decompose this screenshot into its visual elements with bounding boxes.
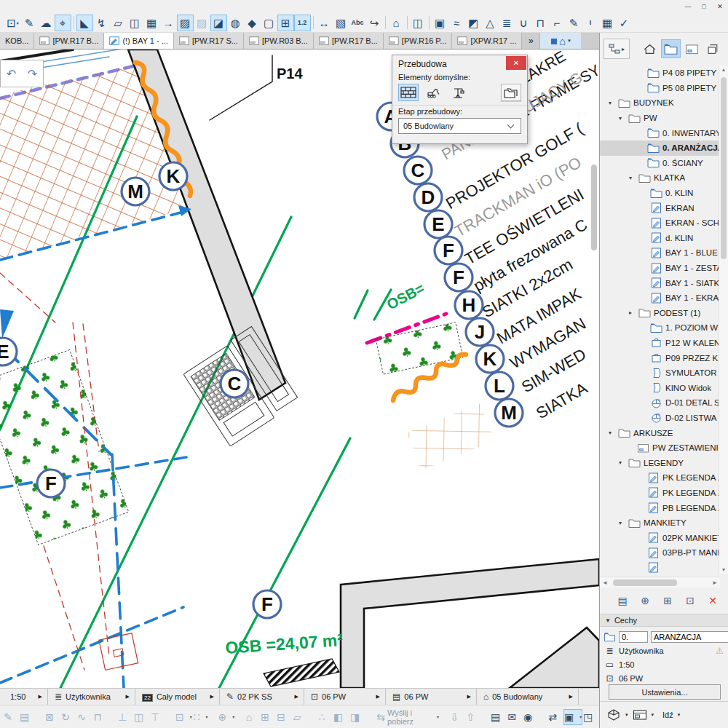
go-button[interactable]: Idź <box>662 711 673 719</box>
maximize-button[interactable]: □ <box>696 3 712 10</box>
tree-item[interactable]: P12 W KALENICY - w <box>600 336 720 351</box>
tree-item[interactable]: 0. KLIN <box>600 186 720 201</box>
toolbar-icon[interactable]: ↪ <box>366 15 383 31</box>
settings-button[interactable]: Ustawienia... <box>609 684 721 700</box>
clone-folder-button[interactable]: ⊡ <box>682 593 698 608</box>
tree-item[interactable]: PB LEGENDA ZT <box>600 500 720 515</box>
toolbar-icon[interactable]: Abc <box>349 15 366 31</box>
tree-item[interactable]: 0. ARANŻACJA <box>600 141 720 156</box>
toolbar-icon[interactable]: ◆ <box>244 15 261 31</box>
tree-horizontal-scrollbar[interactable]: ◄ ► <box>600 577 720 587</box>
folders-icon[interactable]: ⊟ <box>276 709 292 725</box>
toolbar-icon[interactable]: ◍ <box>227 15 244 31</box>
marker-dots-icon[interactable]: ∴ <box>317 709 333 725</box>
toolbar-icon[interactable]: ⌂ <box>388 15 405 31</box>
favorites-icon[interactable]: ✎ <box>3 709 19 725</box>
document-tab[interactable]: (!) BAY 1 - ... <box>104 33 174 49</box>
toolbar-icon[interactable]: ▱ <box>110 15 127 31</box>
toolbar-icon[interactable]: ✓ <box>616 15 633 31</box>
scroll-down-icon[interactable]: ▼ <box>719 567 728 572</box>
document-tab[interactable]: [XPW.R17 ... <box>452 33 522 49</box>
tree-item[interactable]: 02PK MANKIET <box>600 530 720 545</box>
saved-views-button[interactable]: ▤ <box>614 593 630 608</box>
tree-item[interactable]: ▸ PODEST (1) <box>600 306 720 321</box>
trace-reference-icon[interactable]: ▣▾ <box>563 709 582 725</box>
toolbar-icon[interactable]: ▨ <box>177 15 194 31</box>
tree-item[interactable]: EKRAN <box>600 200 720 215</box>
toolbar-icon[interactable]: ⊓ <box>532 15 549 31</box>
message-icon[interactable]: ✉ <box>507 709 523 725</box>
document-tab[interactable]: [PW.R17 B... <box>34 33 104 49</box>
statusbar-segment[interactable]: 06 PW <box>386 689 477 705</box>
send-icon[interactable]: ⇧ <box>465 709 481 725</box>
palette-icon[interactable]: ▤ <box>19 709 36 725</box>
toolbar-icon[interactable]: ▧ <box>333 15 349 31</box>
orient-icon[interactable]: ◳ <box>582 709 599 725</box>
tree-vertical-scrollbar[interactable]: ▲ ▼ <box>719 66 728 574</box>
toolbar-icon[interactable]: ⌖ <box>55 15 71 31</box>
tree-item[interactable] <box>600 561 720 574</box>
excavator-icon[interactable] <box>424 84 444 101</box>
view-name-field[interactable] <box>651 631 728 643</box>
tree-item[interactable]: PK LEGENDA ZT <box>600 486 720 501</box>
toolbar-icon[interactable]: ◫ <box>410 15 427 31</box>
swap-reference-icon[interactable]: ⇄ <box>547 709 563 725</box>
nav-tab-layout-book[interactable] <box>682 39 702 58</box>
dialog-close-button[interactable]: ✕ <box>506 56 526 70</box>
toolbar-icon[interactable]: ⌐ <box>549 15 566 31</box>
tree-item[interactable]: P09 PRZEZ KINO <box>600 350 720 365</box>
statusbar-segment[interactable]: 06 PW <box>304 689 386 705</box>
toolbar-icon[interactable]: ✎ <box>566 15 582 31</box>
tree-expander[interactable]: ▾ <box>619 520 628 526</box>
zoom-select-icon[interactable]: ⊕▾ <box>218 709 235 725</box>
navigator-tree-button[interactable]: ▸ <box>604 39 630 59</box>
statusbar-segment[interactable]: 1:50 <box>0 689 48 705</box>
tree-item[interactable]: D-01 DETAL SUFITU <box>600 395 720 411</box>
rotate-icon[interactable]: ↻ <box>60 709 76 725</box>
tree-item[interactable]: PK LEGENDA ZT - ST <box>600 470 720 486</box>
user-presence-icon[interactable]: ◉ <box>523 709 539 725</box>
toolbar-icon[interactable]: △ <box>482 15 499 31</box>
new-folder-icon[interactable]: ⊞ <box>260 709 276 725</box>
scrollbar-thumb[interactable] <box>613 579 677 586</box>
close-button[interactable]: ✕ <box>712 3 728 10</box>
tree-item[interactable]: BAY 1 - EKRAN <box>600 290 720 306</box>
statusbar-segment[interactable]: Użytkownika <box>48 689 135 705</box>
toolbar-icon[interactable]: ◪ <box>210 15 227 31</box>
toolbar-icon[interactable]: ⊡▾ <box>4 15 21 31</box>
toolbar-icon[interactable]: ▦ <box>599 15 616 31</box>
tab-overflow-button[interactable]: » <box>522 33 539 49</box>
chevron-down-icon[interactable]: ▾ <box>652 712 654 718</box>
brick-wall-icon[interactable] <box>398 84 419 101</box>
document-tab[interactable]: KOB... <box>0 33 34 49</box>
tree-item[interactable]: 03PB-PT MANKIET <box>600 545 720 561</box>
dialog-titlebar[interactable]: Przebudowa ✕ <box>392 55 527 72</box>
spline-icon[interactable]: ∿ <box>76 709 92 725</box>
toolbar-icon[interactable]: ↔ <box>316 15 333 31</box>
clip-region-icon[interactable]: ▱ <box>292 709 308 725</box>
view-id-field[interactable] <box>619 631 648 643</box>
nav-tab-view-map[interactable] <box>661 39 681 58</box>
toolbar-icon[interactable]: ≣ <box>499 15 515 31</box>
undo-icon[interactable]: ↶ <box>7 67 16 81</box>
tree-item[interactable]: ▾ LEGENDY <box>600 455 720 470</box>
module-alt-icon[interactable]: ◨ <box>349 709 366 725</box>
tree-item[interactable]: d. KLIN <box>600 231 720 246</box>
scroll-left-icon[interactable]: ◄ <box>600 579 610 586</box>
tree-item[interactable]: EKRAN - SCHEMAT <box>600 215 720 231</box>
tree-item[interactable]: ▾ PW <box>600 111 720 126</box>
document-tab[interactable]: [PW.R03 B... <box>244 33 314 49</box>
document-tab[interactable]: [PW.R17 B... <box>314 33 384 49</box>
wall-reference-icon[interactable]: ◫ <box>133 709 150 725</box>
properties-panel-header[interactable]: ▼ Cechy <box>600 614 728 627</box>
toolbar-icon[interactable]: ≈ <box>448 15 465 31</box>
hammer-icon[interactable]: ⊓ <box>92 709 108 725</box>
tree-item[interactable]: P4 08 PIPETY ELEKTR <box>600 66 720 81</box>
toolbar-icon[interactable]: → <box>160 15 177 31</box>
home-view-icon[interactable]: ⌂ <box>244 709 260 725</box>
toolbar-icon[interactable]: ◫ <box>127 15 143 31</box>
subelement-icon[interactable]: ∷▾ <box>193 709 209 725</box>
redo-icon[interactable]: ↷ <box>28 67 37 81</box>
nav-tab-project-map[interactable] <box>640 39 660 58</box>
stage-dropdown[interactable]: 05 Budowlany <box>398 118 521 134</box>
